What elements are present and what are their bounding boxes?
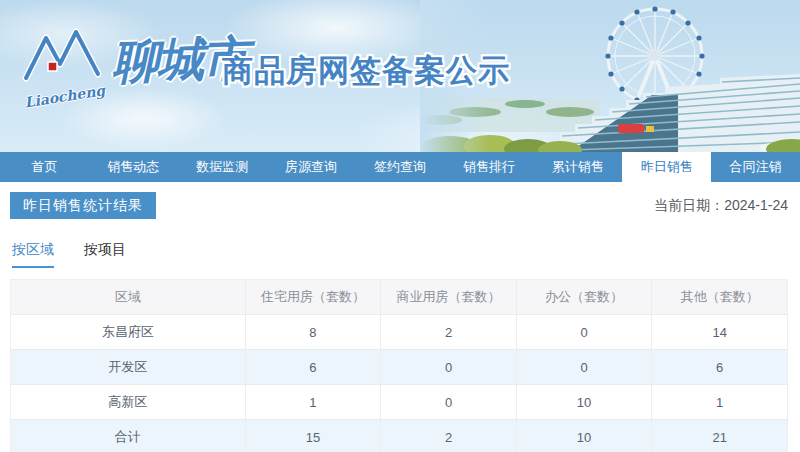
logo-mark-icon [22,26,102,88]
cell-value: 8 [245,315,381,350]
cell-value: 0 [516,350,652,385]
sales-statistics-table: 区域 住宅用房（套数） 商业用房（套数） 办公（套数） 其他（套数） 东昌府区 … [10,279,788,452]
col-header-office: 办公（套数） [516,280,652,315]
nav-item-listing-search[interactable]: 房源查询 [267,152,356,182]
tab-by-project[interactable]: 按项目 [84,241,126,268]
view-tabs: 按区域 按项目 [12,241,790,268]
nav-item-contract-cancellation[interactable]: 合同注销 [711,152,800,182]
main-nav: 首页 销售动态 数据监测 房源查询 签约查询 销售排行 累计销售 昨日销售 合同… [0,152,800,182]
sales-table-wrapper: 区域 住宅用房（套数） 商业用房（套数） 办公（套数） 其他（套数） 东昌府区 … [10,279,790,452]
nav-item-cumulative-sales[interactable]: 累计销售 [533,152,622,182]
nav-item-sales-ranking[interactable]: 销售排行 [444,152,533,182]
section-title-badge: 昨日销售统计结果 [10,192,156,219]
nav-item-signing-search[interactable]: 签约查询 [356,152,445,182]
table-row-dongchangfu: 东昌府区 8 2 0 14 [11,315,788,350]
nav-item-data-monitoring[interactable]: 数据监测 [178,152,267,182]
cell-value: 0 [381,350,517,385]
table-row-total: 合计 15 2 10 21 [11,420,788,452]
table-header-row: 区域 住宅用房（套数） 商业用房（套数） 办公（套数） 其他（套数） [11,280,788,315]
table-row-hightech-zone: 高新区 1 0 10 1 [11,385,788,420]
tab-by-region[interactable]: 按区域 [12,241,54,268]
cell-region: 东昌府区 [11,315,246,350]
cell-value: 6 [652,350,788,385]
cell-value: 10 [516,420,652,452]
cell-value: 14 [652,315,788,350]
cell-region: 合计 [11,420,246,452]
cell-value: 15 [245,420,381,452]
cell-region: 开发区 [11,350,246,385]
site-title: 商品房网签备案公示 [222,50,510,92]
col-header-residential: 住宅用房（套数） [245,280,381,315]
cell-value: 6 [245,350,381,385]
cell-value: 0 [516,315,652,350]
cell-value: 1 [245,385,381,420]
main-content: 昨日销售统计结果 当前日期：2024-1-24 按区域 按项目 区域 住宅用房（… [0,182,800,452]
nav-item-home[interactable]: 首页 [0,152,89,182]
nav-item-sales-dynamics[interactable]: 销售动态 [89,152,178,182]
cell-value: 10 [516,385,652,420]
header-banner: Liaocheng 聊城市 商品房网签备案公示 [0,0,800,152]
cell-value: 2 [381,315,517,350]
cell-value: 0 [381,385,517,420]
nav-item-yesterday-sales[interactable]: 昨日销售 [622,152,711,182]
col-header-commercial: 商业用房（套数） [381,280,517,315]
cell-value: 2 [381,420,517,452]
current-date-label: 当前日期：2024-1-24 [654,197,788,215]
col-header-region: 区域 [11,280,246,315]
col-header-other: 其他（套数） [652,280,788,315]
table-row-development-zone: 开发区 6 0 0 6 [11,350,788,385]
cell-value: 21 [652,420,788,452]
cell-value: 1 [652,385,788,420]
cell-region: 高新区 [11,385,246,420]
